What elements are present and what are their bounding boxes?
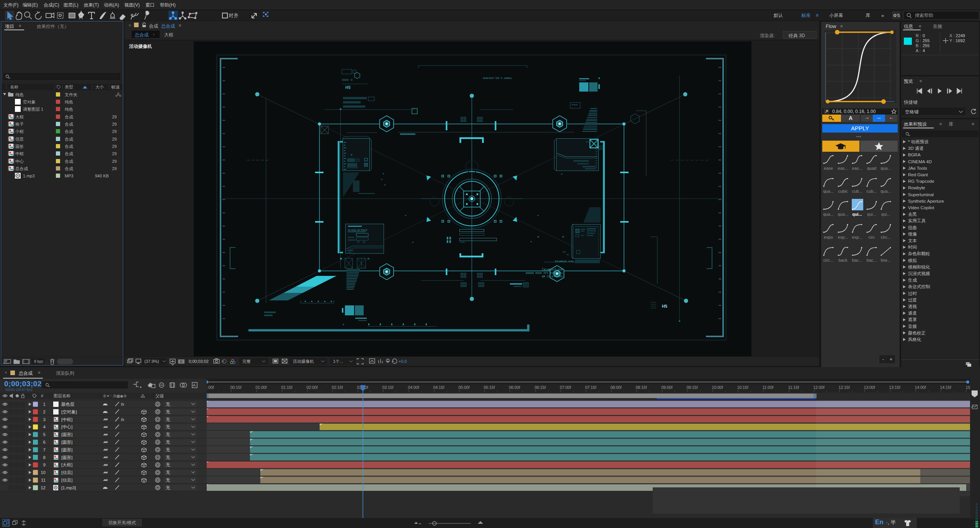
svg-text:合成: 合成 [65, 159, 73, 164]
svg-text:9: 9 [43, 462, 46, 467]
svg-text:对齐: 对齐 [228, 13, 238, 18]
svg-text:合成: 合成 [65, 115, 73, 119]
svg-text:5H: 5H [662, 304, 667, 308]
svg-text:29: 29 [112, 166, 117, 171]
svg-text:1: 1 [43, 402, 46, 407]
svg-text:父级: 父级 [155, 394, 164, 398]
svg-text:遮罩: 遮罩 [908, 317, 917, 322]
svg-text:29: 29 [112, 115, 117, 119]
svg-text:06:15f: 06:15f [534, 385, 546, 390]
svg-text:qui...: qui... [867, 212, 876, 216]
svg-text:时间: 时间 [908, 245, 917, 249]
svg-text:3D 通道: 3D 通道 [908, 146, 924, 151]
svg-text:29: 29 [112, 137, 117, 141]
svg-text:1.mp3: 1.mp3 [23, 174, 35, 178]
svg-text:空对象: 空对象 [23, 100, 36, 104]
svg-text:无: 无 [166, 402, 170, 407]
svg-text:小框: 小框 [15, 129, 24, 134]
svg-text:qui...: qui... [881, 212, 890, 216]
svg-text:.: . [46, 360, 47, 364]
svg-text:BGRA: BGRA [908, 152, 921, 157]
svg-text:活动摄像机: 活动摄像机 [292, 359, 314, 364]
svg-text:09:15f: 09:15f [686, 385, 697, 390]
svg-text:AI HUD 4K PACK: AI HUD 4K PACK [348, 229, 368, 231]
svg-text:SH: SH [345, 85, 351, 89]
svg-text:无: 无 [166, 478, 170, 482]
svg-text:+0.0: +0.0 [399, 359, 407, 364]
svg-text:过渡: 过渡 [908, 298, 917, 302]
svg-text:eas...: eas... [838, 166, 848, 171]
svg-text:ease: ease [824, 166, 833, 171]
svg-text:无: 无 [166, 440, 170, 444]
svg-text:11:00f: 11:00f [763, 385, 773, 390]
svg-text:≡: ≡ [816, 13, 818, 18]
svg-text:11: 11 [41, 478, 46, 482]
svg-text:(37.9%): (37.9%) [144, 359, 159, 364]
svg-text:qua...: qua... [838, 212, 848, 216]
svg-text:合成: 合成 [65, 144, 73, 149]
svg-text:#: # [41, 394, 44, 398]
svg-text:circ: circ [868, 235, 875, 239]
svg-text:cubic: cubic [838, 189, 848, 193]
svg-text:07:00f: 07:00f [560, 385, 571, 390]
svg-text:文件夹: 文件夹 [65, 92, 77, 97]
svg-text:[空对象]: [空对象] [61, 410, 77, 414]
svg-text:合成: 合成 [65, 129, 73, 134]
svg-text:10:15f: 10:15f [737, 385, 748, 390]
svg-text:back: back [838, 258, 848, 262]
svg-text:小屏幕: 小屏幕 [829, 13, 843, 18]
svg-text::00f: :00f [207, 385, 214, 390]
svg-text:8: 8 [43, 455, 46, 460]
svg-text:01:15f: 01:15f [281, 385, 292, 390]
svg-text:过时: 过时 [908, 291, 917, 296]
svg-text:[圆形]: [圆形] [61, 440, 72, 444]
svg-text:05:00f: 05:00f [458, 385, 469, 390]
svg-text:纯色: 纯色 [65, 107, 73, 112]
svg-text:13:00f: 13:00f [864, 385, 875, 390]
svg-text:eas...: eas... [852, 166, 862, 171]
svg-text:通道: 通道 [908, 311, 917, 315]
svg-text:14:00f: 14:00f [915, 385, 926, 390]
svg-text:[圆形]: [圆形] [61, 432, 72, 437]
svg-text:13:15f: 13:15f [889, 385, 900, 390]
svg-text:14:15f: 14:15f [940, 385, 951, 390]
svg-text:05:15f: 05:15f [483, 385, 495, 390]
svg-text:Red Giant: Red Giant [908, 172, 928, 177]
svg-text:模拟: 模拟 [908, 258, 917, 263]
svg-text:Rowbyte: Rowbyte [908, 185, 925, 190]
svg-text:445 JLX 11 WO: 445 JLX 11 WO [542, 275, 563, 278]
svg-text:大小: 大小 [95, 85, 104, 89]
svg-text:总合成: 总合成 [15, 166, 28, 171]
svg-text:expo: expo [824, 235, 833, 239]
svg-text:JAe Tools: JAe Tools [908, 166, 927, 171]
svg-text:10:00f: 10:00f [712, 385, 723, 390]
svg-text:06:00f: 06:00f [509, 385, 520, 390]
svg-text:qua...: qua... [823, 212, 834, 216]
svg-text:3: 3 [43, 417, 46, 422]
svg-text:03:15f: 03:15f [382, 385, 393, 390]
svg-text:去黑: 去黑 [908, 212, 917, 216]
svg-text:1个...: 1个... [333, 359, 343, 364]
svg-text:Synthetic Aperture: Synthetic Aperture [908, 199, 944, 203]
svg-text:杂色和颗粒: 杂色和颗粒 [908, 251, 930, 256]
svg-text:抠像: 抠像 [908, 232, 917, 236]
svg-text:01:00f: 01:00f [255, 385, 266, 390]
svg-text:8 bpc: 8 bpc [34, 359, 43, 364]
svg-text:08:15f: 08:15f [635, 385, 647, 390]
svg-text:10: 10 [41, 470, 46, 475]
svg-text:5: 5 [43, 432, 46, 437]
svg-text:RG Trapcode: RG Trapcode [908, 179, 934, 184]
svg-text:02:00f: 02:00f [306, 385, 317, 390]
svg-text:中框: 中框 [15, 151, 24, 156]
svg-text:line...: line... [881, 258, 891, 262]
svg-text:2: 2 [43, 410, 46, 414]
svg-text:cub...: cub... [852, 189, 862, 193]
svg-text:»: » [881, 13, 884, 18]
svg-text:扭曲: 扭曲 [908, 225, 917, 230]
svg-text:7: 7 [43, 448, 46, 452]
svg-text:无: 无 [166, 410, 170, 414]
svg-text:氺✦╲fx▦◉⊘: 氺✦╲fx▦◉⊘ [103, 394, 127, 398]
svg-text:圆形: 圆形 [15, 144, 24, 149]
svg-text:MP3: MP3 [65, 174, 74, 178]
svg-text:07:15f: 07:15f [585, 385, 596, 390]
